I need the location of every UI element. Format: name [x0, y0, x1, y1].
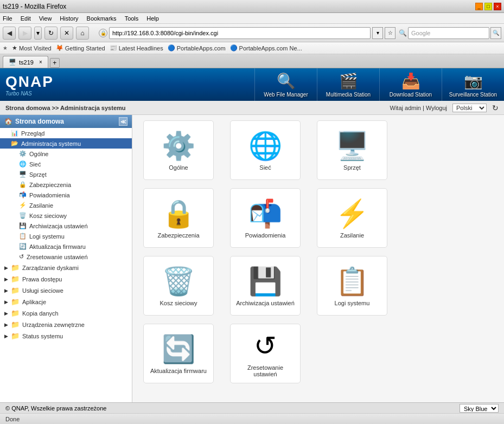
- przeglad-icon: 📊: [11, 130, 18, 137]
- header-icon-surveillance[interactable]: 📷 Surveillance Station: [442, 68, 504, 101]
- menu-bookmarks[interactable]: Bookmarks: [87, 15, 117, 22]
- header-icons: 🔍 Web File Manager 🎬 Multimedia Station …: [254, 68, 504, 101]
- ogolne-label: Ogólne: [169, 164, 188, 171]
- bookmark-getting-started[interactable]: 🦊 Getting Started: [56, 44, 105, 52]
- sidebar-item-siec[interactable]: 🌐 Sieć: [0, 159, 132, 169]
- sidebar-folder-aplikacje[interactable]: ▶ 📁 Aplikacje: [0, 296, 132, 307]
- folder-status-arrow: ▶: [4, 333, 8, 339]
- search-placeholder: Google: [411, 30, 430, 36]
- kosz-label: Kosz sieciowy: [160, 300, 197, 306]
- sidebar-item-sprzet[interactable]: 🖥️ Sprzęt: [0, 169, 132, 179]
- menu-file[interactable]: File: [3, 15, 12, 22]
- sidebar-item-archiwizacja[interactable]: 💾 Archiwizacja ustawień: [0, 221, 132, 231]
- portableapps2-icon: 🔵: [230, 44, 238, 52]
- language-select[interactable]: Polski English: [452, 104, 487, 112]
- dropdown-button[interactable]: ▾: [34, 27, 42, 40]
- tabs-bar: 🖥️ ts219 × +: [0, 54, 504, 68]
- address-bar[interactable]: http://192.168.0.3:8080/cgi-bin/index.cg…: [109, 27, 371, 39]
- sidebar-item-przeglad[interactable]: 📊 Przegląd: [0, 128, 132, 138]
- zasil-graphic: ⚡: [335, 198, 369, 229]
- folder-dyski-arrow: ▶: [4, 265, 8, 271]
- qnap-logo-area: QNAP Turbo NAS: [5, 73, 54, 97]
- sidebar-folder-status[interactable]: ▶ 📁 Status systemu: [0, 330, 132, 342]
- browser-titlebar: ts219 - Mozilla Firefox _ □ ×: [0, 0, 504, 13]
- sidebar-folder-kopia[interactable]: ▶ 📁 Kopia danych: [0, 307, 132, 319]
- sidebar-item-kosz[interactable]: 🗑️ Kosz sieciowy: [0, 210, 132, 221]
- bookmark-portableapps[interactable]: 🔵 PortableApps.com: [168, 44, 226, 52]
- browser-menubar: File Edit View History Bookmarks Tools H…: [0, 13, 504, 24]
- stop-button[interactable]: ✕: [60, 27, 73, 40]
- home-icon: 🏠: [4, 118, 12, 125]
- sidebar-item-zasilanie[interactable]: ⚡ Zasilanie: [0, 200, 132, 210]
- bookmark-headlines[interactable]: 📰 Latest Headlines: [110, 44, 163, 52]
- user-info: Witaj admin | Wyloguj: [390, 105, 447, 111]
- sidebar-folder-prawa[interactable]: ▶ 📁 Prawa dostępu: [0, 273, 132, 285]
- icon-aktualizacja[interactable]: 🔄 Aktualizacja firmwaru: [143, 324, 214, 383]
- siec-graphic: 🌐: [248, 130, 282, 162]
- refresh-button[interactable]: ↻: [44, 27, 58, 40]
- sprzet-graphic: 🖥️: [335, 130, 369, 162]
- icon-reset[interactable]: ↺ Zresetowanie ustawień: [230, 324, 301, 383]
- icon-powiadomienia[interactable]: 📬 Powiadomienia: [230, 188, 301, 248]
- menu-edit[interactable]: Edit: [21, 15, 31, 22]
- close-button[interactable]: ×: [494, 3, 501, 10]
- menu-tools[interactable]: Tools: [125, 15, 139, 22]
- search-button[interactable]: 🔍: [490, 27, 501, 39]
- icon-siec[interactable]: 🌐 Sieć: [230, 120, 301, 180]
- multimedia-icon: 🎬: [339, 72, 358, 90]
- icon-archiwizacja[interactable]: 💾 Archiwizacja ustawień: [230, 256, 301, 316]
- menu-history[interactable]: History: [60, 15, 78, 22]
- sidebar-folder-uslugi[interactable]: ▶ 📁 Usługi sieciowe: [0, 285, 132, 296]
- minimize-button[interactable]: _: [475, 3, 483, 10]
- multimedia-label: Multimedia Station: [326, 92, 371, 98]
- sidebar-item-zabezpieczenia[interactable]: 🔒 Zabezpieczenia: [0, 179, 132, 190]
- logi-graphic: 📋: [335, 266, 369, 297]
- maximize-button[interactable]: □: [484, 3, 492, 10]
- tab-icon: 🖥️: [9, 59, 16, 66]
- address-dropdown[interactable]: ▾: [372, 27, 383, 39]
- search-input[interactable]: Google: [408, 27, 489, 39]
- refresh-icon[interactable]: ↻: [492, 104, 499, 112]
- sidebar-folder-dyski[interactable]: ▶ 📁 Zarządzanie dyskami: [0, 262, 132, 273]
- header-icon-download[interactable]: 📥 Download Station: [379, 68, 442, 101]
- theme-select[interactable]: Sky Blue: [460, 404, 499, 413]
- kosz-graphic: 🗑️: [162, 266, 195, 297]
- sidebar-header: 🏠 Strona domowa ≪: [0, 115, 132, 128]
- sidebar-item-reset[interactable]: ↺ Zresetowanie ustawień: [0, 252, 132, 262]
- new-tab-button[interactable]: +: [50, 58, 60, 68]
- sidebar-collapse-button[interactable]: ≪: [119, 117, 127, 126]
- sidebar-item-powiadomienia[interactable]: 📬 Powiadomienia: [0, 190, 132, 200]
- icon-zasilanie[interactable]: ⚡ Zasilanie: [317, 188, 387, 248]
- sidebar-folder-urzadzenia[interactable]: ▶ 📁 Urządzenia zewnętrzne: [0, 319, 132, 330]
- content-area: ⚙️ Ogólne 🌐 Sieć 🖥️ Sprzęt 🔒 Zabezpiecze…: [132, 115, 504, 402]
- star-button[interactable]: ☆: [385, 27, 395, 39]
- active-tab[interactable]: 🖥️ ts219 ×: [3, 56, 48, 68]
- menu-help[interactable]: Help: [146, 15, 159, 22]
- icon-zabezpieczenia[interactable]: 🔒 Zabezpieczenia: [143, 188, 214, 248]
- icon-sprzet[interactable]: 🖥️ Sprzęt: [317, 120, 387, 180]
- sidebar-item-admin[interactable]: 📂 Administracja systemu: [0, 138, 132, 149]
- zasil-label: Zasilanie: [340, 232, 364, 239]
- admin-icon: 📂: [11, 140, 18, 147]
- sidebar-item-aktualizacja[interactable]: 🔄 Aktualizacja firmwaru: [0, 241, 132, 252]
- icon-ogolne[interactable]: ⚙️ Ogólne: [143, 120, 214, 180]
- bookmark-most-visited[interactable]: ★ Most Visited: [12, 44, 52, 52]
- folder-kopia-arrow: ▶: [4, 311, 8, 316]
- sidebar-item-ogolne[interactable]: ⚙️ Ogólne: [0, 149, 132, 159]
- browser-status-bar: Done: [0, 413, 504, 424]
- tab-close-icon[interactable]: ×: [39, 59, 42, 65]
- folder-dyski-icon: 📁: [11, 264, 20, 272]
- bookmark-portableapps2[interactable]: 🔵 PortableApps.com Ne...: [230, 44, 302, 52]
- sidebar: 🏠 Strona domowa ≪ 📊 Przegląd 📂 Administr…: [0, 115, 132, 402]
- sidebar-item-logi[interactable]: 📋 Logi systemu: [0, 231, 132, 241]
- back-button[interactable]: ◀: [3, 27, 16, 40]
- home-button[interactable]: ⌂: [76, 27, 89, 40]
- menu-view[interactable]: View: [39, 15, 52, 22]
- header-icon-multimedia[interactable]: 🎬 Multimedia Station: [317, 68, 379, 101]
- header-icon-webfile[interactable]: 🔍 Web File Manager: [254, 68, 317, 101]
- forward-button[interactable]: ▶: [18, 27, 31, 40]
- icon-kosz[interactable]: 🗑️ Kosz sieciowy: [143, 256, 214, 316]
- firefox-icon: 🦊: [56, 44, 63, 52]
- sprzet-label: Sprzęt: [343, 164, 361, 171]
- icon-logi[interactable]: 📋 Logi systemu: [317, 256, 387, 316]
